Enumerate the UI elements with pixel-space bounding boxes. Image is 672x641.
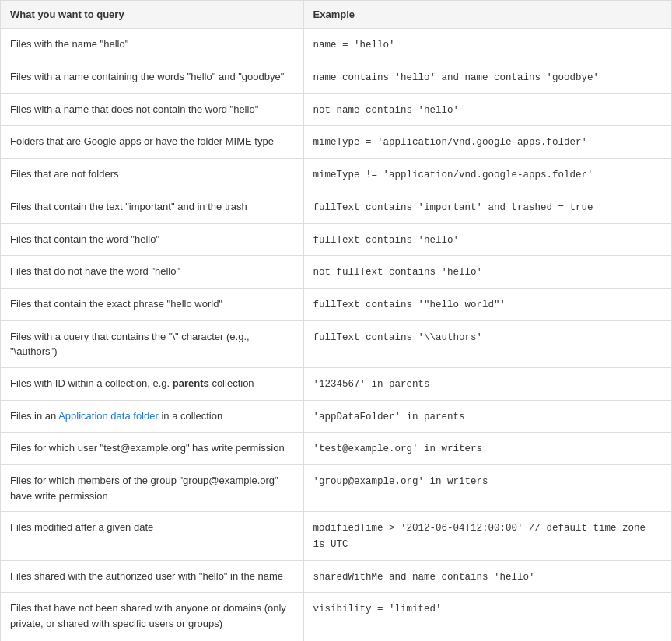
example-code: visibility = 'limited' xyxy=(313,604,442,615)
example-code: 'group@example.org' in writers xyxy=(313,476,488,487)
query-text-before: Files with ID within a collection, e.g. xyxy=(10,377,173,389)
example-code: 'test@example.org' in writers xyxy=(313,443,483,454)
query-cell: Files modified after a given date xyxy=(1,512,304,561)
table-row: Files that do not have the word "hello"n… xyxy=(1,256,672,289)
query-link[interactable]: Application data folder xyxy=(58,410,159,422)
table-row: Files with the name "hello"name = 'hello… xyxy=(1,29,672,61)
example-cell: 'test@example.org' in writers xyxy=(303,433,671,465)
example-code: name contains 'hello' and name contains … xyxy=(313,72,600,83)
example-code: fullText contains '"hello world"' xyxy=(313,299,506,310)
query-text-after: collection xyxy=(209,377,254,389)
example-cell: 'group@example.org' in writers xyxy=(303,465,671,512)
example-cell: sharedWithMe and name contains 'hello' xyxy=(303,560,671,593)
example-cell: not name contains 'hello' xyxy=(303,93,671,126)
example-code: mimeType != 'application/vnd.google-apps… xyxy=(313,170,593,180)
example-code: sharedWithMe and name contains 'hello' xyxy=(313,572,535,583)
query-cell: Files with a name that does not contain … xyxy=(1,93,304,126)
query-cell: Files that do not have the word "hello" xyxy=(1,256,304,289)
query-text-after: in a collection xyxy=(159,410,222,422)
example-cell: 'appDataFolder' in parents xyxy=(303,400,671,433)
table-row: Files in an Application data folder in a… xyxy=(1,400,672,433)
example-code: '1234567' in parents xyxy=(313,379,430,390)
example-code: 'appDataFolder' in parents xyxy=(313,412,465,422)
example-cell: '1234567' in parents xyxy=(303,367,671,400)
table-row: Files shared with the authorized user wi… xyxy=(1,560,672,593)
table-row: Files for which user "test@example.org" … xyxy=(1,433,672,465)
table-row: Files for which members of the group "gr… xyxy=(1,465,672,512)
table-row: Files with a name containing the words "… xyxy=(1,61,672,93)
query-cell: Files with the name "hello" xyxy=(1,29,304,61)
query-cell: Files that are not folders xyxy=(1,159,304,191)
example-code: mimeType = 'application/vnd.google-apps.… xyxy=(313,137,588,148)
example-cell: fullText contains '"hello world"' xyxy=(303,289,671,321)
table-row: Files that have not been shared with any… xyxy=(1,593,672,639)
query-cell: Files that contain the word "hello" xyxy=(1,223,304,256)
example-code: fullText contains 'hello' xyxy=(313,235,460,246)
table-row: Folders that are Google apps or have the… xyxy=(1,126,672,159)
query-cell: Files with ID within a collection, e.g. … xyxy=(1,367,304,400)
query-cell: Files that contain the text "important" … xyxy=(1,191,304,223)
example-cell: fullText contains 'important' and trashe… xyxy=(303,191,671,223)
table-row: Files modified after a given datemodifie… xyxy=(1,512,672,561)
query-cell: Files shared with the authorized user wi… xyxy=(1,560,304,593)
example-code: fullText contains 'important' and trashe… xyxy=(313,202,593,213)
query-cell: Files with a name containing the words "… xyxy=(1,61,304,93)
example-code: not name contains 'hello' xyxy=(313,105,460,116)
table-row: Files with a query that contains the "\"… xyxy=(1,320,672,367)
example-cell: fullText contains 'hello' xyxy=(303,223,671,256)
example-cell: name = 'hello' xyxy=(303,29,671,61)
example-cell: not fullText contains 'hello' xyxy=(303,256,671,289)
table-row: Files with ID within a collection, e.g. … xyxy=(1,367,672,400)
query-cell: Files for which members of the group "gr… xyxy=(1,465,304,512)
query-cell: Files in an Application data folder in a… xyxy=(1,400,304,433)
example-cell: visibility = 'limited' xyxy=(303,593,671,639)
query-bold: parents xyxy=(173,377,209,389)
example-code: modifiedTime > '2012-06-04T12:00:00' // … xyxy=(313,523,646,550)
header-example: Example xyxy=(303,1,671,29)
query-cell: Files with a query that contains the "\"… xyxy=(1,320,304,367)
example-cell: modifiedTime > '2012-06-04T12:00:00' // … xyxy=(303,512,671,561)
example-code: not fullText contains 'hello' xyxy=(313,267,483,278)
example-cell: mimeType != 'application/vnd.google-apps… xyxy=(303,159,671,191)
table-row: Files that contain the exact phrase "hel… xyxy=(1,289,672,321)
query-cell: Folders that are Google apps or have the… xyxy=(1,126,304,159)
query-text-before: Files in an xyxy=(10,410,58,422)
example-code: name = 'hello' xyxy=(313,40,395,51)
example-cell: fullText contains '\\authors' xyxy=(303,320,671,367)
query-cell: Files that have not been shared with any… xyxy=(1,593,304,639)
example-code: fullText contains '\\authors' xyxy=(313,332,483,343)
table-row: Files that are not foldersmimeType != 'a… xyxy=(1,159,672,191)
query-cell: Files for which user "test@example.org" … xyxy=(1,433,304,465)
header-query: What you want to query xyxy=(1,1,304,29)
table-row: Files that contain the text "important" … xyxy=(1,191,672,223)
example-cell: mimeType = 'application/vnd.google-apps.… xyxy=(303,126,671,159)
example-cell: name contains 'hello' and name contains … xyxy=(303,61,671,93)
table-row: Files that contain the word "hello"fullT… xyxy=(1,223,672,256)
query-cell: Files that contain the exact phrase "hel… xyxy=(1,289,304,321)
table-row: Files with a name that does not contain … xyxy=(1,93,672,126)
